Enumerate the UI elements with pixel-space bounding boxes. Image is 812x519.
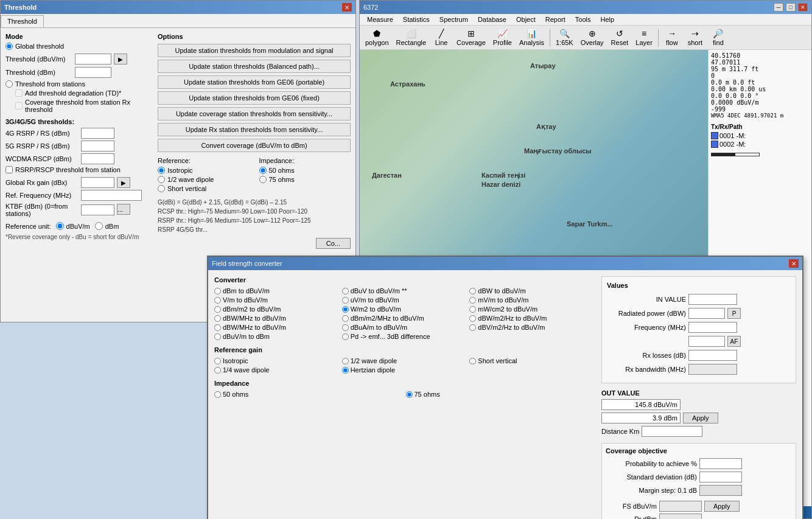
tool-scale[interactable]: 🔍1:65K (553, 27, 576, 48)
freq-row: Frequency (MHz) 2100.000000 (607, 322, 791, 333)
4g-input[interactable]: -125 (81, 128, 114, 139)
tool-flow[interactable]: →flow (661, 27, 683, 48)
margin-label: Margin step: 0.1 dB (606, 487, 697, 494)
tool-short[interactable]: ⇢short (684, 27, 706, 48)
conv-radio-input-0[interactable] (214, 288, 221, 294)
rad-power-input[interactable]: 10.00 (688, 308, 725, 319)
conv-radio-input-4[interactable] (342, 297, 349, 304)
short-vertical-radio[interactable] (158, 185, 165, 192)
in-value-input[interactable]: 1.000000 (688, 294, 737, 305)
conv-radio-input-11[interactable] (469, 315, 476, 322)
tool-overlay[interactable]: ⊕Overlay (578, 27, 607, 48)
out-dist-input[interactable]: 0.0011 (642, 426, 702, 437)
conv-radio-input-12[interactable] (214, 324, 221, 331)
tool-line[interactable]: ╱Line (430, 27, 452, 48)
conv-radio-input-15[interactable] (214, 333, 221, 340)
conv-radio-input-14[interactable] (469, 324, 476, 331)
conv-radio-input-5[interactable] (469, 297, 476, 304)
fs-apply-btn[interactable]: Apply (704, 501, 740, 512)
out-apply-btn[interactable]: Apply (683, 413, 718, 423)
threshold-dbuvm-input[interactable]: 35 (75, 54, 111, 64)
ktbf-input[interactable]: -97 (81, 204, 114, 215)
imp-radio-input-1[interactable] (406, 391, 413, 398)
5g-input[interactable]: -105 (81, 141, 114, 152)
rg-radio-input-2[interactable] (469, 358, 476, 364)
rg-radio-input-3[interactable] (214, 367, 221, 374)
ref-freq-input[interactable]: 2100.000000 (81, 190, 142, 201)
tool-profile[interactable]: 📈Profile (490, 27, 515, 48)
option-btn-1[interactable]: Update station thresholds (Balanced path… (158, 60, 351, 73)
conv-radio-input-13[interactable] (342, 324, 349, 331)
prob-input[interactable]: 95.00 (699, 458, 742, 469)
threshold-dbm-input[interactable]: -109 (75, 67, 111, 78)
tab-threshold[interactable]: Threshold (1, 15, 44, 27)
dbuvm-radio[interactable] (56, 222, 64, 230)
menu-statistics[interactable]: Statistics (398, 15, 435, 24)
ref-unit-label: Reference unit: (5, 223, 51, 230)
rsrp-check[interactable] (5, 166, 13, 173)
rg-radio-input-4[interactable] (342, 367, 349, 374)
isotropic-radio[interactable] (158, 167, 165, 174)
option-btn-2[interactable]: Update station thresholds from GE06 (por… (158, 75, 351, 89)
maximize-btn[interactable]: □ (786, 3, 796, 12)
rx-gain-input[interactable]: 0.00 (81, 177, 114, 188)
rg-radio-input-1[interactable] (342, 358, 349, 364)
global-threshold-radio[interactable] (5, 43, 13, 50)
field-btn[interactable]: AF (727, 336, 741, 347)
close-main-btn[interactable]: ✕ (798, 3, 808, 12)
4g-row: 4G RSRP / RS (dBm) -125 (5, 128, 152, 139)
half-wave-radio[interactable] (158, 176, 165, 183)
wcdma-input[interactable]: -115 (81, 153, 114, 164)
option-btn-5[interactable]: Update Rx station thresholds from sensit… (158, 123, 351, 136)
menu-tools[interactable]: Tools (570, 15, 596, 24)
tool-layer[interactable]: ≡Layer (632, 27, 656, 48)
menu-object[interactable]: Object (511, 15, 541, 24)
map-label-aktau: Ақтау (536, 123, 556, 131)
tool-reset[interactable]: ↺Reset (608, 27, 632, 48)
conv-radio-input-2[interactable] (469, 288, 476, 294)
ohm75-radio[interactable] (259, 176, 267, 183)
tool-coverage[interactable]: ⊞Coverage (453, 27, 489, 48)
threshold-dbuvm-arrow[interactable]: ▶ (114, 54, 127, 64)
rx-losses-input[interactable]: 0.00 (688, 350, 737, 361)
menu-measure[interactable]: Measure (362, 15, 398, 24)
freq-input[interactable]: 2100.000000 (688, 322, 737, 333)
ktbf-dots-btn[interactable]: ... (117, 204, 130, 215)
menu-help[interactable]: Help (596, 15, 620, 24)
5g-row: 5G RSRP / RS (dBm) -105 (5, 141, 152, 152)
conv-radio-input-9[interactable] (214, 315, 221, 322)
menu-spectrum[interactable]: Spectrum (435, 15, 473, 24)
rad-power-btn[interactable]: P (727, 308, 741, 319)
menu-database[interactable]: Database (473, 15, 511, 24)
fsc-close-title-btn[interactable]: ✕ (789, 259, 799, 268)
field-input[interactable]: 0.00 (688, 336, 725, 347)
conv-radio-input-1[interactable] (342, 288, 349, 294)
threshold-close-btn[interactable]: ✕ (342, 3, 352, 12)
threshold-close-bottom-btn[interactable]: Co... (316, 238, 351, 249)
ohm50-radio[interactable] (259, 167, 267, 174)
minimize-btn[interactable]: ─ (774, 3, 783, 12)
conv-radio-input-8[interactable] (469, 306, 476, 313)
menu-report[interactable]: Report (541, 15, 570, 24)
coverage-threshold-check[interactable] (15, 102, 23, 110)
imp-radio-input-0[interactable] (214, 391, 221, 398)
std-dev-input[interactable]: 5.50 (699, 472, 742, 482)
rg-radio-input-0[interactable] (214, 358, 221, 364)
station-threshold-radio[interactable] (5, 80, 13, 88)
rx-gain-arrow[interactable]: ▶ (117, 177, 130, 188)
conv-radio-input-10[interactable] (342, 315, 349, 322)
conv-radio-input-6[interactable] (214, 306, 221, 313)
tool-polygon[interactable]: ⬟polygon (362, 27, 392, 48)
tool-rectangle[interactable]: ⬜Rectangle (393, 27, 430, 48)
option-btn-3[interactable]: Update station thresholds from GE06 (fix… (158, 91, 351, 105)
conv-radio-input-16[interactable] (342, 333, 349, 340)
tool-find[interactable]: 🔎find (707, 27, 729, 48)
option-btn-6[interactable]: Convert coverage (dBuV/m to dBm) (158, 139, 351, 152)
conv-radio-input-3[interactable] (214, 297, 221, 304)
option-btn-4[interactable]: Update coverage station thresholds from … (158, 107, 351, 120)
conv-radio-input-7[interactable] (342, 306, 349, 313)
tool-analysis[interactable]: 📊Analysis (516, 27, 547, 48)
dbm-radio[interactable] (95, 222, 103, 230)
add-degradation-check[interactable] (15, 89, 23, 97)
option-btn-0[interactable]: Update station thresholds from modulatio… (158, 44, 351, 57)
